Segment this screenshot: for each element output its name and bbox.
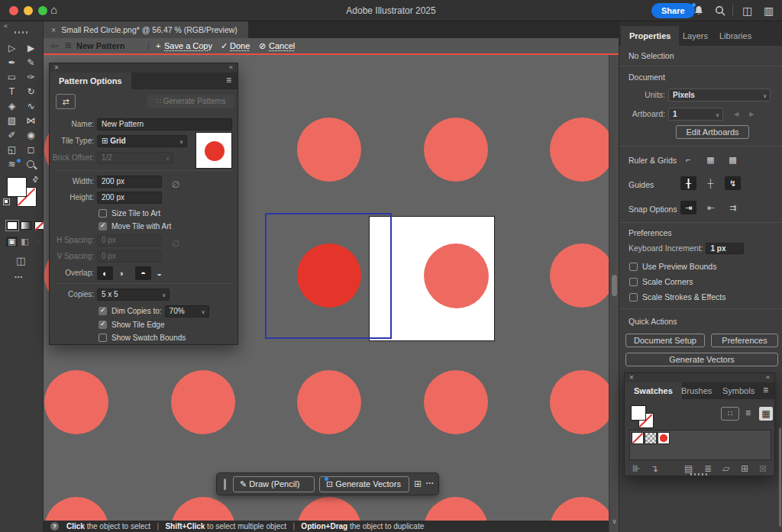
smart-guides-icon[interactable]: ↯ — [725, 176, 741, 190]
tab-pattern-options[interactable]: Pattern Options — [50, 73, 131, 89]
generate-vectors-button[interactable]: ⊡ Generate Vectors — [319, 476, 409, 492]
snap-to-pixel-icon[interactable]: ⇉ — [725, 201, 741, 214]
tab-swatches[interactable]: Swatches — [625, 382, 682, 399]
show-grid-icon[interactable]: ▦ — [703, 153, 719, 166]
pattern-tile-edge[interactable] — [265, 213, 392, 339]
blend-tool-icon[interactable]: ◉ — [21, 128, 40, 143]
link-dimensions-icon[interactable]: ∅ — [171, 179, 181, 191]
help-icon[interactable]: ? — [50, 522, 59, 530]
pen-tool-icon[interactable]: ✒ — [2, 56, 21, 70]
gradient-mode-button[interactable] — [21, 221, 31, 230]
type-tool-icon[interactable]: T — [2, 85, 21, 99]
tab-symbols[interactable]: Symbols — [722, 382, 755, 399]
shape-builder-tool-icon[interactable]: ◱ — [2, 143, 21, 157]
dim-copies-dropdown[interactable]: 70% ∨ — [165, 305, 209, 318]
move-tile-with-art-checkbox[interactable]: ✓ — [99, 222, 107, 231]
tools-drag-handle[interactable] — [15, 31, 29, 34]
vertical-scrollbar[interactable]: ∨ — [609, 55, 619, 532]
units-dropdown[interactable]: Pixels ∨ — [668, 89, 771, 102]
cancel-link[interactable]: Cancel — [269, 38, 295, 53]
overlap-left-in-front-button[interactable]: ◐ — [97, 266, 113, 280]
swatch-pattern[interactable] — [645, 432, 657, 444]
lasso-tool-icon[interactable]: ∿ — [21, 99, 40, 114]
pattern-tile-tool-button[interactable]: ⇄ — [56, 94, 76, 109]
height-input[interactable]: 200 px — [97, 192, 162, 204]
show-swatch-bounds-checkbox[interactable] — [99, 334, 107, 342]
intertwine-tool-icon[interactable]: ≋ — [2, 157, 21, 172]
add-image-icon[interactable]: ⊞ — [414, 479, 422, 489]
edit-toolbar-icon[interactable]: ••• — [15, 273, 23, 280]
pattern-name-input[interactable]: New Pattern — [97, 118, 232, 131]
overlap-bottom-in-front-button[interactable]: ◒ — [151, 266, 167, 280]
swatch-none[interactable] — [632, 432, 644, 444]
copies-dropdown[interactable]: 5 x 5 ∨ — [97, 289, 170, 301]
tile-type-dropdown[interactable]: ⊞ Grid ∨ — [97, 135, 187, 147]
panel-toggle-icon[interactable]: ▥ — [764, 5, 774, 17]
size-tile-to-art-checkbox[interactable] — [99, 209, 107, 218]
add-from-library-icon[interactable]: ↴ — [651, 463, 658, 474]
preferences-button[interactable]: Preferences — [711, 334, 778, 347]
swatch-new-pattern[interactable] — [658, 432, 670, 444]
tab-libraries[interactable]: Libraries — [711, 26, 760, 46]
tab-properties[interactable]: Properties — [621, 26, 679, 46]
close-icon[interactable]: × — [629, 373, 634, 382]
new-swatch-icon[interactable]: ⊞ — [741, 463, 748, 474]
scale-corners-checkbox[interactable] — [629, 278, 638, 286]
screen-mode-icon[interactable]: ◫ — [16, 255, 25, 266]
draw-normal-mode-icon[interactable]: ▣ — [6, 237, 18, 247]
panel-menu-icon[interactable]: ≡ — [226, 75, 231, 85]
save-a-copy-link[interactable]: Save a Copy — [164, 38, 212, 53]
panel-scrollbar-thumb[interactable] — [779, 427, 781, 527]
edit-artboards-button[interactable]: Edit Artboards — [676, 125, 749, 139]
lock-guides-icon[interactable]: ┼ — [703, 176, 719, 190]
collapse-tools-icon[interactable]: « — [4, 22, 8, 30]
scale-strokes-effects-checkbox[interactable] — [629, 293, 638, 301]
width-input[interactable]: 200 px — [97, 176, 162, 188]
rotate-tool-icon[interactable]: ↻ — [21, 85, 40, 99]
panel-resize-handle[interactable] — [690, 473, 709, 476]
scrollbar-thumb[interactable] — [612, 275, 617, 296]
default-fill-stroke-icon[interactable] — [3, 198, 10, 205]
zoom-tool-icon[interactable] — [21, 157, 40, 172]
selection-tool-icon[interactable]: ▷ — [2, 41, 21, 56]
artboard-dropdown[interactable]: 1 ∨ — [668, 108, 723, 121]
exit-pattern-mode-icon[interactable]: ⇦ — [50, 38, 58, 53]
show-transparency-grid-icon[interactable]: ▩ — [725, 153, 741, 166]
collapse-icon[interactable]: « — [766, 373, 770, 381]
direct-selection-tool-icon[interactable]: ▶ — [21, 41, 40, 56]
keyboard-increment-input[interactable]: 1 px — [706, 243, 744, 254]
search-icon[interactable] — [715, 5, 725, 16]
document-setup-button[interactable]: Document Setup — [625, 334, 705, 347]
dim-copies-checkbox[interactable]: ✓ — [99, 307, 107, 315]
rectangle-tool-icon[interactable]: ▭ — [2, 70, 21, 85]
draw-pencil-button[interactable]: ✎ Draw (Pencil) — [233, 476, 315, 492]
list-view-icon[interactable]: ≡ — [745, 408, 751, 418]
close-icon[interactable]: × — [54, 63, 59, 72]
show-tile-edge-checkbox[interactable]: ✓ — [99, 321, 107, 329]
show-swatch-kinds-button[interactable]: ∷ — [721, 407, 739, 421]
grid-view-icon[interactable]: ▦ — [759, 407, 773, 421]
taskbar-drag-handle[interactable] — [224, 479, 226, 490]
workspace-switcher-icon[interactable]: ◫ — [742, 5, 752, 17]
tab-layers[interactable]: Layers — [674, 26, 716, 46]
more-options-icon[interactable]: ••• — [426, 480, 434, 485]
swatch-kinds-icon[interactable]: ▤ — [684, 463, 693, 474]
panel-menu-icon[interactable]: ≡ — [763, 385, 768, 395]
fill-color-well[interactable] — [7, 177, 27, 197]
overlap-top-in-front-button[interactable]: ◓ — [135, 266, 151, 280]
new-color-group-icon[interactable]: ▱ — [722, 463, 729, 474]
artboard-tool-icon[interactable]: ◻ — [21, 143, 40, 157]
done-link[interactable]: Done — [230, 38, 250, 53]
eyedropper-tool-icon[interactable]: ✐ — [2, 128, 21, 143]
fill-proxy-swatch[interactable] — [631, 405, 646, 421]
swatch-libraries-icon[interactable]: ⊪ — [632, 463, 640, 474]
document-tab[interactable]: ×Small Red Circle.png* @ 56.47 % (RGB/Pr… — [44, 21, 248, 38]
tab-brushes[interactable]: Brushes — [681, 382, 712, 399]
paintbrush-tool-icon[interactable]: ✑ — [21, 70, 40, 85]
close-tab-icon[interactable]: × — [51, 25, 56, 34]
collapse-icon[interactable]: « — [229, 63, 233, 71]
use-preview-bounds-checkbox[interactable] — [629, 263, 638, 271]
curvature-tool-icon[interactable]: ✎ — [21, 56, 40, 70]
gradient-tool-icon[interactable]: ▧ — [2, 114, 21, 128]
swatch-options-icon[interactable]: ≣ — [704, 463, 712, 474]
